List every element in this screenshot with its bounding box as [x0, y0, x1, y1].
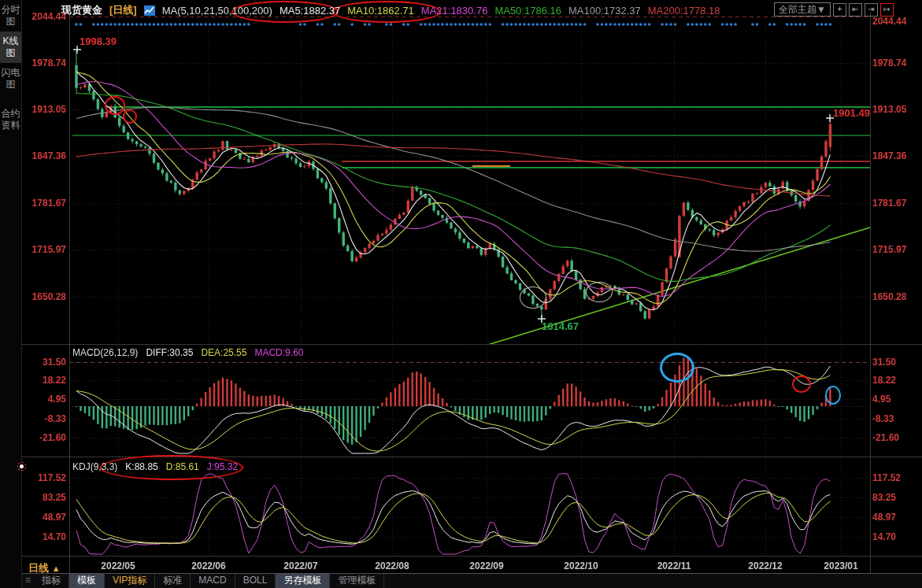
period-tag: [日线]: [109, 3, 137, 17]
tab-macd[interactable]: MACD: [191, 574, 235, 588]
kdj-j-value: J:95.32: [207, 461, 238, 472]
pan-icon[interactable]: +: [833, 3, 846, 17]
macd-macd-value: MACD:9.60: [254, 347, 303, 358]
tab-boll[interactable]: BOLL: [235, 574, 276, 588]
kdj-k-value: K:88.85: [125, 461, 157, 472]
sidebar-item-kline[interactable]: K线图: [0, 31, 21, 63]
ma5-value: MA5:1882.37: [280, 5, 340, 17]
tab-indicator[interactable]: 指标: [34, 574, 69, 588]
sidebar-item-timeshare[interactable]: 分时图: [0, 0, 21, 31]
sidebar-item-lightning[interactable]: 闪电图: [0, 63, 21, 94]
main-chart-canvas[interactable]: [0, 0, 922, 588]
kdj-title: KDJ(9,3,3): [72, 461, 117, 472]
compress-right-icon[interactable]: ⇥: [865, 3, 878, 17]
top-toolbar: 全部主题▼ + ⇤ ⇥ ↦: [774, 2, 894, 17]
symbol-name: 现货黄金: [61, 3, 102, 17]
expand-right-icon[interactable]: ↦: [880, 3, 894, 17]
period-selector-label: 日线: [28, 562, 49, 574]
ma50-value: MA50:1786.16: [494, 5, 561, 17]
kline-chart-icon: [144, 6, 155, 16]
ma10-value: MA10:1862.71: [347, 5, 414, 17]
kdj-d-value: D:85.61: [166, 461, 199, 472]
tab-vip-indicator[interactable]: VIP指标: [105, 574, 155, 588]
macd-dea-value: DEA:25.55: [201, 347, 246, 358]
period-up-arrow-icon: ▲: [52, 564, 61, 573]
sun-marker-icon[interactable]: [17, 462, 26, 471]
macd-diff-value: DIFF:30.35: [146, 347, 193, 358]
tab-menu-icon[interactable]: ≡: [22, 574, 34, 588]
tab-save-template[interactable]: 另存模板: [276, 574, 330, 588]
chart-header: 现货黄金 [日线] MA(5,10,21,50,100,200) MA5:188…: [61, 3, 720, 17]
macd-header: MACD(26,12,9) DIFF:30.35 DEA:25.55 MACD:…: [72, 347, 303, 358]
tab-standard[interactable]: 标准: [155, 574, 191, 588]
sidebar-item-contract-info[interactable]: 合约资料: [0, 104, 21, 135]
ma-group-label: MA(5,10,21,50,100,200): [162, 5, 272, 17]
sidebar-gap: [0, 94, 21, 104]
kdj-header: KDJ(9,3,3) K:88.85 D:85.61 J:95.32: [72, 461, 238, 472]
bottom-tab-bar: ≡ 指标 模板 VIP指标 标准 MACD BOLL 另存模板 管理模板: [22, 573, 922, 588]
ma200-value: MA200:1778.18: [648, 5, 720, 17]
macd-title: MACD(26,12,9): [72, 347, 138, 358]
tab-manage-template[interactable]: 管理模板: [330, 574, 384, 588]
compress-left-icon[interactable]: ⇤: [849, 3, 862, 17]
all-themes-button[interactable]: 全部主题▼: [774, 2, 831, 17]
ma21-value: MA21:1830.76: [421, 5, 488, 17]
tab-template[interactable]: 模板: [69, 574, 105, 588]
left-sidebar: 分时图 K线图 闪电图 合约资料: [0, 0, 22, 588]
ma100-value: MA100:1732.37: [568, 5, 641, 17]
